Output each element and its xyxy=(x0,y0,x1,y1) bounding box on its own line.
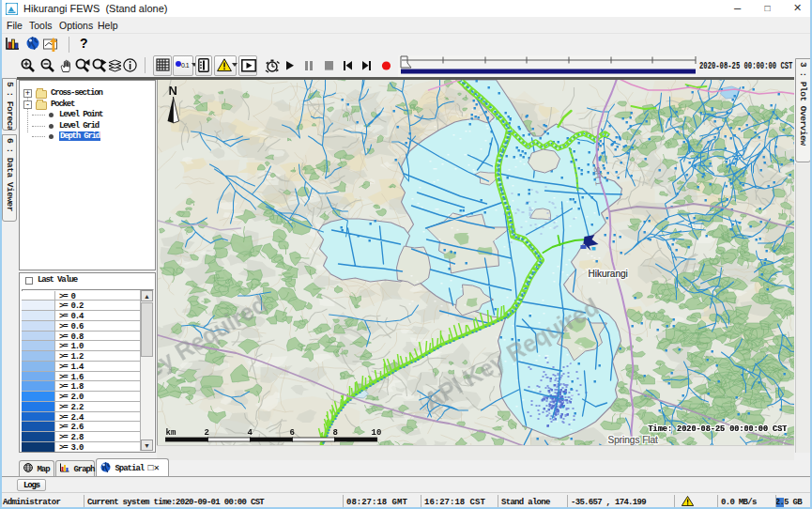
svg-text:Springs Flat: Springs Flat xyxy=(608,435,659,445)
svg-text:8: 8 xyxy=(333,428,338,438)
svg-text:2: 2 xyxy=(205,428,209,438)
svg-text:6: 6 xyxy=(290,428,295,438)
svg-text:N: N xyxy=(169,84,177,98)
svg-text:Hikurangi: Hikurangi xyxy=(589,269,628,279)
svg-text:10: 10 xyxy=(372,428,382,438)
svg-text:Time: 2020-08-25 00:00:00 CST: Time: 2020-08-25 00:00:00 CST xyxy=(649,424,788,434)
svg-text:km: km xyxy=(166,428,176,438)
svg-text:4: 4 xyxy=(248,428,253,438)
